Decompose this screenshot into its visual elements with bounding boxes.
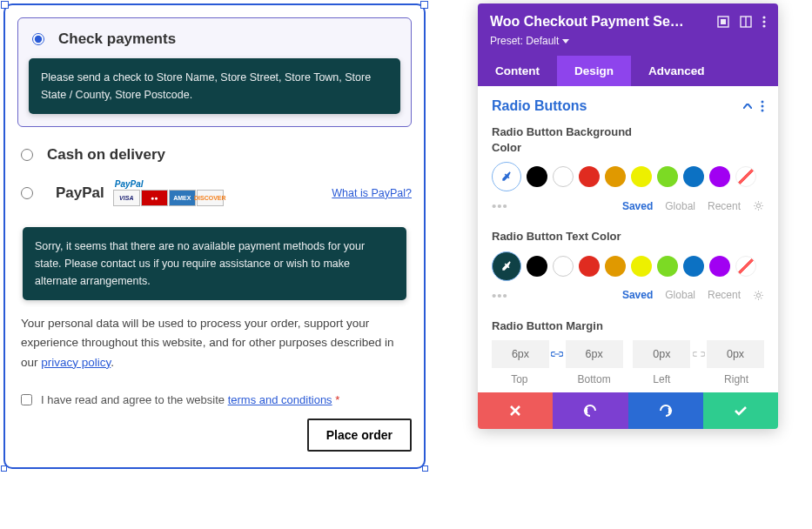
- paypal-label: PayPal: [56, 184, 104, 202]
- kebab-menu-icon[interactable]: [762, 16, 766, 28]
- text-swatch-blue[interactable]: [683, 256, 704, 277]
- terms-required-asterisk: *: [335, 393, 339, 406]
- margin-top-input[interactable]: [492, 340, 549, 368]
- text-swatch-black[interactable]: [527, 256, 547, 277]
- bg-swatch-black[interactable]: [527, 166, 547, 187]
- section-title: Radio Buttons: [492, 98, 587, 114]
- margin-left-l: Left: [634, 373, 690, 385]
- undo-button[interactable]: [553, 392, 627, 429]
- bg-swatch-white[interactable]: [553, 166, 574, 187]
- text-tab-saved[interactable]: Saved: [622, 289, 653, 301]
- undo-icon: [583, 405, 597, 417]
- text-swatch-purple[interactable]: [709, 256, 730, 277]
- bg-swatch-green[interactable]: [657, 166, 678, 187]
- place-order-button[interactable]: Place order: [307, 419, 412, 452]
- mastercard-icon: ●●: [141, 190, 168, 206]
- text-swatch-eyedropper[interactable]: [492, 251, 521, 281]
- text-tab-gear-icon[interactable]: [753, 290, 764, 301]
- bg-swatch-none[interactable]: [735, 166, 756, 187]
- preset-label: Preset: Default: [490, 35, 559, 47]
- bg-tab-recent[interactable]: Recent: [708, 200, 741, 212]
- text-swatch-footer: ••• Saved Global Recent: [492, 288, 764, 303]
- section-radio-buttons: Radio Buttons Radio Button Background Co…: [478, 86, 778, 392]
- privacy-policy-link[interactable]: privacy policy: [41, 356, 111, 369]
- text-color-label: Radio Button Text Color: [492, 229, 648, 244]
- margin-labels: Top Bottom Left Right: [492, 373, 764, 385]
- action-bar: [478, 392, 778, 429]
- checkout-panel: Check payments Please send a check to St…: [3, 3, 426, 469]
- check-payments-label: Check payments: [58, 30, 176, 48]
- margin-inputs: [492, 340, 764, 368]
- paypal-wordmark: PayPal: [113, 179, 144, 189]
- margin-bottom-input[interactable]: [566, 340, 623, 368]
- margin-right-input[interactable]: [707, 340, 764, 368]
- redo-icon: [659, 405, 673, 417]
- terms-checkbox[interactable]: [21, 394, 32, 405]
- radio-check-payments[interactable]: [32, 33, 44, 45]
- amex-icon: AMEX: [169, 190, 196, 206]
- text-swatch-green[interactable]: [657, 256, 678, 277]
- columns-icon[interactable]: [740, 16, 752, 28]
- text-swatch-orange[interactable]: [605, 256, 626, 277]
- tab-design[interactable]: Design: [557, 56, 631, 86]
- margin-link-lr-icon[interactable]: [690, 340, 707, 368]
- bg-swatch-footer: ••• Saved Global Recent: [492, 198, 764, 213]
- terms-link[interactable]: terms and conditions: [228, 393, 332, 406]
- what-is-paypal-link[interactable]: What is PayPal?: [332, 187, 412, 199]
- text-tab-global[interactable]: Global: [665, 289, 695, 301]
- svg-point-7: [762, 101, 764, 104]
- discover-icon: DISCOVER: [197, 190, 224, 206]
- radio-paypal[interactable]: [21, 187, 33, 199]
- margin-left-input[interactable]: [633, 340, 690, 368]
- text-more-colors-icon[interactable]: •••: [492, 288, 508, 303]
- svg-point-6: [762, 24, 765, 27]
- close-icon: [509, 405, 521, 417]
- check-payments-note: Please send a check to Store Name, Store…: [29, 58, 400, 114]
- bg-swatch-purple[interactable]: [709, 166, 730, 187]
- no-payment-methods-note: Sorry, it seems that there are no availa…: [23, 227, 406, 300]
- svg-point-4: [762, 16, 765, 18]
- module-title: Woo Checkout Payment Se…: [490, 14, 710, 30]
- margin-link-tb-icon[interactable]: [549, 340, 566, 368]
- bg-swatch-yellow[interactable]: [631, 166, 652, 187]
- bg-swatch-red[interactable]: [579, 166, 600, 187]
- terms-pre: I have read and agree to the website: [41, 393, 228, 406]
- svg-point-8: [762, 105, 764, 108]
- tab-content[interactable]: Content: [478, 56, 557, 86]
- save-button[interactable]: [703, 392, 778, 429]
- section-menu-icon[interactable]: [761, 100, 764, 112]
- text-swatches: [492, 251, 764, 281]
- redo-button[interactable]: [628, 392, 703, 429]
- collapse-section-icon[interactable]: [743, 104, 752, 109]
- settings-header: Woo Checkout Payment Se… Preset: Default: [478, 3, 778, 56]
- bg-tab-saved[interactable]: Saved: [622, 200, 653, 212]
- chevron-down-icon: [562, 39, 569, 44]
- expand-icon[interactable]: [717, 16, 729, 28]
- preset-dropdown[interactable]: Preset: Default: [490, 35, 766, 47]
- cancel-button[interactable]: [478, 392, 553, 429]
- tab-advanced[interactable]: Advanced: [631, 56, 722, 86]
- radio-cash-on-delivery[interactable]: [21, 149, 33, 161]
- visa-icon: VISA: [113, 190, 140, 206]
- eyedropper-icon: [500, 171, 513, 183]
- settings-panel: Woo Checkout Payment Se… Preset: Default: [478, 3, 778, 429]
- bg-swatch-orange[interactable]: [605, 166, 626, 187]
- settings-tabs: Content Design Advanced: [478, 56, 778, 86]
- svg-rect-1: [721, 19, 726, 24]
- text-swatch-yellow[interactable]: [631, 256, 652, 277]
- bg-color-label: Radio Button Background Color: [492, 124, 648, 155]
- bg-tab-gear-icon[interactable]: [753, 200, 764, 211]
- bg-swatch-eyedropper[interactable]: [492, 162, 521, 191]
- text-swatch-none[interactable]: [735, 256, 756, 277]
- bg-tab-global[interactable]: Global: [665, 200, 695, 212]
- text-tab-recent[interactable]: Recent: [708, 289, 741, 301]
- text-swatch-white[interactable]: [553, 256, 574, 277]
- terms-row: I have read and agree to the website ter…: [21, 393, 408, 406]
- bg-swatches: [492, 162, 764, 191]
- bg-more-colors-icon[interactable]: •••: [492, 198, 508, 213]
- text-swatch-red[interactable]: [579, 256, 600, 277]
- bg-swatch-blue[interactable]: [683, 166, 704, 187]
- privacy-text: Your personal data will be used to proce…: [21, 314, 408, 372]
- checkmark-icon: [734, 405, 748, 416]
- payment-paypal-row: PayPal PayPal VISA ●● AMEX DISCOVER What…: [17, 174, 412, 211]
